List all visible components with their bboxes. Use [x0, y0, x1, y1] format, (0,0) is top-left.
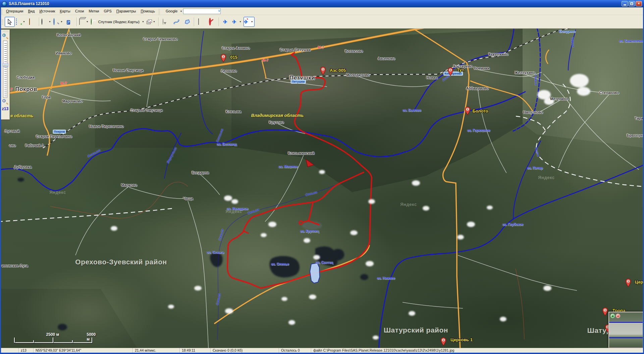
- map-viewport[interactable]: ВольгинскийИвановоСтарое СеменковоСтарое…: [0, 29, 644, 348]
- placemark-pin[interactable]: 1: [440, 337, 446, 346]
- placemark-pin[interactable]: 1: [602, 307, 608, 316]
- minimap-zoom-in-button[interactable]: +: [610, 314, 615, 318]
- status-resolution: 21,44 м/пикс.: [133, 348, 180, 353]
- gps-satellite-active-icon: ✈: [244, 19, 250, 25]
- layers-icon: [147, 19, 152, 24]
- chevron-down-icon[interactable]: ▼: [60, 20, 63, 23]
- hide-marks-button[interactable]: [207, 17, 217, 27]
- chevron-down-icon[interactable]: ▼: [142, 20, 144, 23]
- menu-item-вид[interactable]: Вид: [25, 8, 37, 14]
- placemark-pin[interactable]: 1: [447, 67, 453, 76]
- separator: [76, 17, 77, 26]
- chevron-down-icon[interactable]: ▼: [86, 20, 89, 23]
- placemark-label: 015: [230, 55, 237, 60]
- placemark-label: Азс 005: [330, 68, 346, 73]
- search-engine-button[interactable]: Google: [164, 8, 179, 14]
- chevron-down-icon[interactable]: ▼: [49, 20, 51, 23]
- add-placemark-button[interactable]: [161, 17, 171, 27]
- search-tool-button[interactable]: ▼: [53, 17, 64, 27]
- status-remaining: Осталось 0: [279, 348, 311, 353]
- app-window: ВольгинскийИвановоСтарое СеменковоСтарое…: [0, 0, 644, 354]
- user-polygon[interactable]: [310, 263, 320, 283]
- goto-button[interactable]: ▼: [41, 17, 52, 27]
- minimize-button[interactable]: [622, 1, 628, 6]
- placemark-label: Церковь 1: [450, 337, 473, 342]
- ruler-icon: [29, 18, 30, 25]
- zoom-in-button[interactable]: +: [2, 33, 9, 40]
- menu-item-помощь[interactable]: Помощь: [138, 8, 157, 14]
- gps-satellite-icon: ✈: [223, 19, 229, 25]
- zoom-slider[interactable]: [3, 41, 7, 98]
- menu-item-параметры[interactable]: Параметры: [114, 8, 139, 14]
- zoom-level-label: z13: [1, 106, 9, 111]
- status-time: 18:49:11: [180, 348, 211, 353]
- window-border: [0, 353, 644, 354]
- combo-chevron-icon[interactable]: ˅: [218, 9, 220, 13]
- chevron-down-icon[interactable]: ▼: [180, 10, 182, 12]
- title-bar[interactable]: SAS.Планета 121010 ×: [0, 0, 644, 7]
- chevron-down-icon[interactable]: ▼: [251, 20, 253, 23]
- menu-bar: ОперацииВидИсточникКартыСлоиМеткиGPSПара…: [0, 7, 644, 15]
- add-path-button[interactable]: [171, 17, 181, 27]
- gps-connect-button[interactable]: ✈: [221, 17, 231, 27]
- status-tile-file: файл C:\Program Files\SAS.Planet.Release…: [311, 348, 644, 353]
- window-title: SAS.Планета 121010: [9, 1, 49, 6]
- cursor-tool-button[interactable]: [5, 17, 15, 27]
- close-button[interactable]: ×: [636, 1, 642, 6]
- gps-track-button[interactable]: ✈ ▼: [232, 17, 243, 27]
- placemark-pin[interactable]: 1: [625, 278, 631, 287]
- panel-grip[interactable]: [2, 31, 8, 32]
- toolbar-grip[interactable]: [1, 8, 3, 14]
- map-source-button[interactable]: ▼: [79, 17, 90, 27]
- yandex-satellite-icon: [91, 18, 92, 25]
- menu-item-метки[interactable]: Метки: [86, 8, 101, 14]
- gps-satellite-icon: ✈: [232, 19, 238, 25]
- toolbar-grip[interactable]: [2, 19, 3, 25]
- placemark-pin[interactable]: 1: [320, 67, 326, 75]
- minimap-river-line: [609, 337, 643, 338]
- chevron-down-icon[interactable]: ▼: [239, 20, 241, 23]
- overview-minimap[interactable]: + −: [608, 312, 643, 348]
- separator: [219, 17, 219, 26]
- maximize-button[interactable]: [629, 1, 635, 6]
- zoom-out-button[interactable]: −: [2, 98, 9, 105]
- add-polygon-button[interactable]: [182, 17, 192, 27]
- placemark-label: Цер: [635, 279, 643, 284]
- window-border: [0, 7, 1, 354]
- globe-icon: [42, 18, 42, 25]
- menu-item-источник[interactable]: Источник: [37, 8, 57, 14]
- path-icon: [173, 19, 179, 25]
- svg-text:1: 1: [604, 309, 606, 312]
- menu-item-gps[interactable]: GPS: [102, 8, 114, 14]
- separator: [194, 17, 195, 26]
- svg-text:1: 1: [322, 68, 324, 71]
- satellite-imagery: [0, 29, 644, 348]
- ruler-tool-button[interactable]: [27, 17, 37, 27]
- menu-item-карты[interactable]: Карты: [57, 8, 72, 14]
- separator: [158, 17, 159, 26]
- gps-active-button[interactable]: ✈ ▼: [244, 17, 255, 27]
- zoom-panel: + − z13: [1, 30, 10, 120]
- layers-button[interactable]: ▼: [146, 17, 157, 27]
- selection-tool-button[interactable]: ▼: [15, 17, 26, 27]
- placemark-manager-button[interactable]: [196, 17, 206, 27]
- fullscreen-button[interactable]: ⤢: [65, 17, 75, 27]
- chevron-down-icon[interactable]: ▼: [153, 20, 155, 23]
- chevron-down-icon[interactable]: ▼: [23, 20, 25, 23]
- minimap-river-line: [609, 322, 643, 323]
- toolbar-grip[interactable]: [158, 8, 160, 14]
- active-map-button[interactable]: Спутник (Яндекс.Карты) ▼: [91, 17, 146, 27]
- placemark-pin[interactable]: 1: [465, 106, 471, 115]
- search-input[interactable]: [183, 8, 221, 14]
- cursor-arrow-icon: [7, 19, 13, 25]
- zoom-slider-handle[interactable]: [3, 63, 8, 67]
- menu-item-слои[interactable]: Слои: [73, 8, 87, 14]
- status-downloaded: Скачано 0 (0,0 Кб): [211, 348, 279, 353]
- select-rect-icon: [16, 18, 17, 25]
- placemark-label: Тут.: [457, 67, 465, 72]
- main-toolbar: ▼ ▼ ▼ ⤢ ▼ Спутник (Яндекс.Карты) ▼: [0, 15, 644, 29]
- menu-item-операции[interactable]: Операции: [4, 8, 25, 14]
- status-bar: z13 N55°52'49,03" E39°34'11,64" 21,44 м/…: [0, 348, 644, 353]
- placemark-pin[interactable]: 1: [220, 54, 226, 62]
- minimap-zoom-out-button[interactable]: −: [616, 314, 620, 318]
